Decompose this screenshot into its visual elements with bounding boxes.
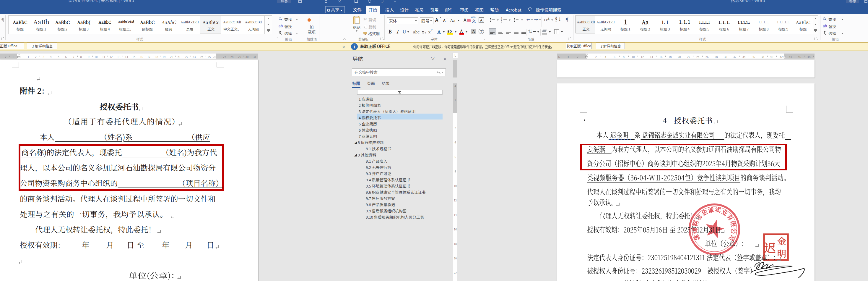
svg-text:金: 金 xyxy=(777,234,786,247)
svg-text:诚: 诚 xyxy=(707,205,715,215)
svg-text:公: 公 xyxy=(730,227,739,234)
